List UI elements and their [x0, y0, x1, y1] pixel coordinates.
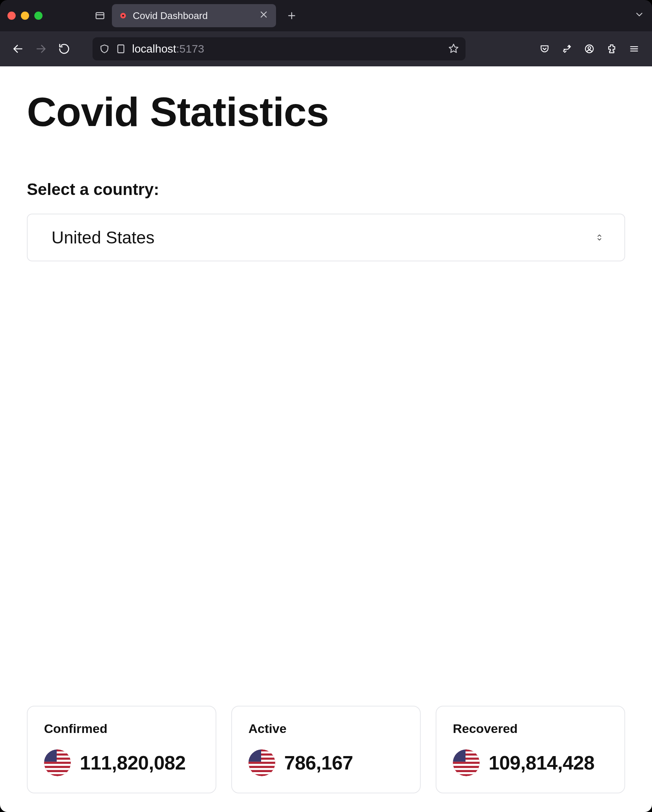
svg-point-13: [588, 47, 591, 49]
reload-button[interactable]: [54, 39, 74, 58]
browser-window: Covid Dashboard: [0, 0, 652, 812]
svg-rect-41: [453, 768, 480, 770]
url-port: :5173: [176, 43, 204, 55]
country-select[interactable]: United States: [27, 214, 625, 261]
stat-card-label: Active: [248, 721, 404, 736]
svg-rect-43: [453, 749, 465, 762]
toolbar-right: [535, 39, 644, 58]
window-maximize-button[interactable]: [34, 12, 43, 20]
devtools-icon[interactable]: [557, 39, 577, 58]
stat-card-label: Confirmed: [44, 721, 199, 736]
window-close-button[interactable]: [8, 12, 16, 20]
flag-icon: [248, 749, 275, 776]
stat-card-value: 111,820,082: [80, 752, 186, 774]
new-tab-button[interactable]: [283, 7, 301, 24]
svg-rect-34: [248, 749, 261, 762]
svg-rect-33: [248, 772, 275, 774]
account-icon[interactable]: [580, 39, 599, 58]
tabs-dropdown-button[interactable]: [634, 9, 644, 22]
titlebar: Covid Dashboard: [0, 0, 652, 31]
back-button[interactable]: [8, 39, 28, 58]
stat-card-recovered: Recovered 109,814,428: [436, 706, 625, 794]
tab-close-button[interactable]: [258, 9, 269, 22]
forward-button[interactable]: [31, 39, 51, 58]
svg-rect-23: [44, 768, 71, 770]
flag-icon: [453, 749, 480, 776]
address-bar[interactable]: localhost:5173: [92, 37, 465, 60]
country-select-value: United States: [52, 227, 155, 247]
url-host: localhost: [132, 43, 176, 55]
stat-card-body: 111,820,082: [44, 749, 199, 776]
browser-tab[interactable]: Covid Dashboard: [112, 4, 276, 27]
country-select-label: Select a country:: [27, 180, 625, 199]
titlebar-leading: [64, 11, 105, 21]
app-menu-icon[interactable]: [624, 39, 644, 58]
page-viewport: Covid Statistics Select a country: Unite…: [0, 66, 652, 812]
svg-rect-24: [44, 772, 71, 774]
page-title: Covid Statistics: [27, 88, 625, 135]
stat-cards: Confirmed 111,820,082: [27, 706, 625, 797]
stat-card-label: Recovered: [453, 721, 608, 736]
bookmark-star-icon[interactable]: [448, 43, 459, 55]
select-caret-icon: [597, 234, 602, 241]
pocket-icon[interactable]: [535, 39, 554, 58]
stat-card-body: 786,167: [248, 749, 404, 776]
svg-marker-11: [449, 44, 458, 53]
site-info-icon[interactable]: [116, 44, 126, 54]
svg-rect-0: [96, 13, 104, 18]
window-controls: [8, 12, 43, 20]
svg-rect-31: [248, 764, 275, 766]
url-text[interactable]: localhost:5173: [132, 43, 442, 55]
svg-rect-37: [453, 752, 480, 754]
window-minimize-button[interactable]: [21, 12, 29, 20]
svg-rect-22: [44, 764, 71, 766]
svg-rect-42: [453, 772, 480, 774]
stat-card-active: Active 786,167: [231, 706, 421, 794]
extensions-icon[interactable]: [602, 39, 621, 58]
svg-rect-10: [118, 45, 124, 53]
svg-rect-25: [44, 749, 57, 762]
stat-card-value: 786,167: [284, 752, 353, 774]
stat-card-value: 109,814,428: [489, 752, 595, 774]
svg-rect-19: [44, 752, 71, 754]
svg-rect-32: [248, 768, 275, 770]
titlebar-right: [634, 9, 644, 22]
sidebar-toggle-icon[interactable]: [95, 11, 105, 21]
flag-icon: [44, 749, 71, 776]
toolbar: localhost:5173: [0, 31, 652, 66]
svg-point-3: [122, 15, 124, 17]
svg-rect-28: [248, 752, 275, 754]
stat-card-confirmed: Confirmed 111,820,082: [27, 706, 216, 794]
svg-rect-40: [453, 764, 480, 766]
tab-title: Covid Dashboard: [133, 10, 253, 21]
tab-favicon-icon: [119, 11, 127, 20]
tracking-protection-icon[interactable]: [99, 44, 110, 54]
stat-card-body: 109,814,428: [453, 749, 608, 776]
